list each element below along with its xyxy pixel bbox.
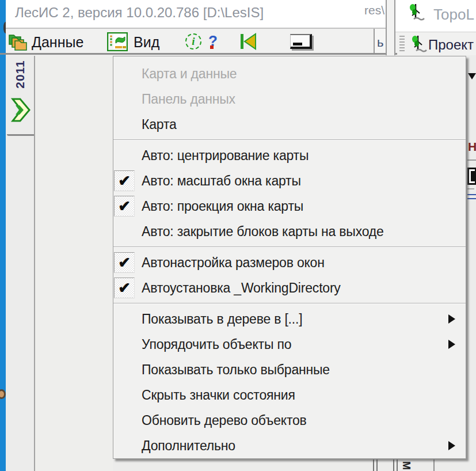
project-menu-label[interactable]: Проект (428, 37, 474, 53)
clipped-letter-n: Н (468, 140, 476, 154)
menu-item-label: Авто: центрирование карты (142, 148, 309, 164)
menu-separator (113, 246, 466, 248)
menu-item-label: Автоустановка _WorkingDirectory (142, 280, 341, 296)
checkmark-icon: ✔ (114, 170, 135, 191)
submenu-arrow-icon (448, 441, 455, 450)
menu-item[interactable]: ✔Авто: масштаб окна карты (113, 168, 466, 193)
menu-separator (113, 303, 466, 304)
panel-border-fragment (393, 459, 394, 471)
chevron-right-icon[interactable] (10, 96, 31, 124)
checkmark-icon: ✔ (114, 196, 135, 216)
menu-item[interactable]: Скрыть значки состояния (113, 382, 466, 408)
menu-item[interactable]: Показывать в дереве в [...] (113, 306, 466, 332)
drag-grip-icon[interactable] (399, 36, 405, 52)
window-title: ЛесИС 2, версия 10.0.20.786 [D:\LesIS] (15, 5, 264, 21)
toolbar-underline (0, 53, 397, 55)
title-bar: ЛесИС 2, версия 10.0.20.786 [D:\LesIS] (6, 0, 387, 29)
data-folders-icon[interactable] (8, 32, 29, 52)
submenu-arrow-icon (448, 340, 455, 349)
panel-line (467, 159, 476, 161)
menu-item-label: Дополнительно (142, 438, 235, 454)
menu-item-label: Обновить дерево объектов (142, 413, 307, 428)
view-layout-icon[interactable] (107, 32, 128, 51)
year-tab-2011[interactable]: 2011 (6, 56, 34, 136)
blue-line (467, 198, 476, 199)
menu-item: Панель данных (113, 86, 466, 112)
menu-item[interactable]: Авто: закрытие блоков карты на выходе (113, 219, 466, 244)
tree-icon (408, 34, 428, 54)
project-bar: Проект (395, 32, 476, 55)
main-toolbar: Данные Вид i ? ь (6, 29, 387, 55)
checkmark-icon: ✔ (114, 252, 135, 273)
toolbar-data-button[interactable]: Данные (32, 34, 83, 51)
panel-divider (386, 0, 395, 55)
menu-item-label: Упорядочить объекты по (142, 337, 291, 352)
tab-bottom-edge (7, 134, 34, 136)
help-dot (210, 45, 214, 49)
app-window: ЛесИС 2, версия 10.0.20.786 [D:\LesIS] r… (0, 0, 476, 471)
menu-item-label: Авто: масштаб окна карты (142, 173, 301, 189)
topol-panel: TopoL (395, 0, 476, 32)
menu-item-label: Авто: проекция окна карты (142, 199, 303, 214)
submenu-arrow-icon (448, 314, 455, 324)
info-icon[interactable]: i (185, 33, 201, 50)
menu-item[interactable]: Упорядочить объекты по (113, 332, 466, 357)
menu-item[interactable]: Дополнительно (113, 433, 466, 458)
menu-item-label: Карта и данные (142, 66, 237, 82)
panel-border-fragment (376, 459, 378, 471)
panel-border-fragment (397, 459, 398, 471)
menu-item-label: Авто: закрытие блоков карты на выходе (142, 224, 384, 240)
toolbar-view-button[interactable]: Вид (134, 34, 159, 51)
menu-item[interactable]: ✔Авто: проекция окна карты (113, 193, 466, 219)
menu-item-label: Панель данных (142, 92, 235, 107)
menu-item-label: Карта (142, 117, 177, 132)
path-fragment-text: res\ (364, 3, 384, 17)
topol-app-label[interactable]: TopoL (433, 6, 474, 24)
clipped-text: ь (377, 35, 383, 50)
help-button[interactable]: ? (208, 32, 218, 50)
clipped-square-icon (467, 168, 476, 185)
menu-item[interactable]: Обновить дерево объектов (113, 408, 466, 433)
year-tab-label: 2011 (4, 58, 36, 90)
menu-item[interactable]: Авто: центрирование карты (113, 143, 466, 168)
menu-item[interactable]: Показывать только выбранные (113, 357, 466, 382)
menu-item-label: Автонастройка размеров окон (142, 255, 325, 271)
panel-tick (467, 188, 474, 189)
menu-item-label: Показывать только выбранные (142, 362, 330, 378)
menu-item[interactable]: ✔Автонастройка размеров окон (113, 250, 466, 275)
blue-line (467, 194, 476, 195)
menu-item: Карта и данные (113, 61, 466, 86)
minimize-button[interactable] (290, 34, 312, 49)
view-dropdown-menu: Карта и данныеПанель данныхКартаАвто: це… (113, 56, 466, 459)
panel-border-fragment (433, 459, 435, 471)
minimize-icon (293, 43, 302, 45)
checkmark-icon: ✔ (114, 278, 135, 298)
menu-separator (113, 139, 466, 140)
menu-item[interactable]: Карта (113, 112, 466, 137)
clipped-letter-m: М (400, 461, 412, 470)
menu-item[interactable]: ✔Автоустановка _WorkingDirectory (113, 275, 466, 301)
tree-panel (35, 56, 113, 471)
dropdown-arrow-icon[interactable] (468, 73, 476, 79)
menu-item-label: Скрыть значки состояния (142, 388, 295, 403)
skip-back-icon[interactable] (239, 33, 258, 50)
panel-border-fragment (373, 459, 374, 471)
tree-icon (406, 2, 425, 22)
menu-item-label: Показывать в дереве в [...] (142, 312, 302, 327)
